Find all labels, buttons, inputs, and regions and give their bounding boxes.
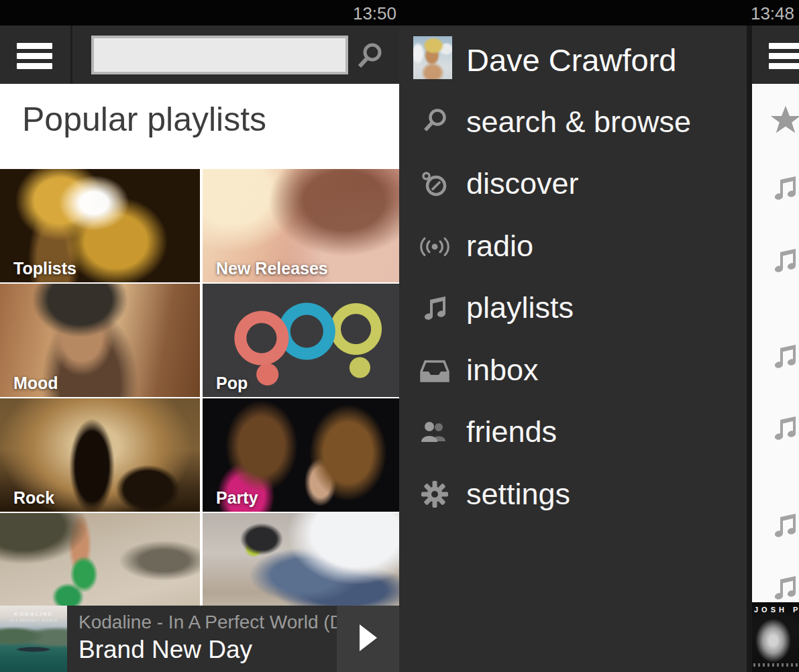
menu-item-label: playlists <box>466 290 574 325</box>
status-bar: 13:50 13:48 <box>0 0 799 25</box>
music-note-icon[interactable] <box>770 245 799 278</box>
avatar <box>413 36 452 79</box>
tile-label: Mood <box>13 374 58 393</box>
search-icon <box>354 63 384 73</box>
menu-item-label: radio <box>466 229 533 264</box>
playlist-tile-party[interactable]: Party <box>203 398 399 512</box>
profile-name: Dave Crawford <box>466 42 676 78</box>
music-note-icon[interactable] <box>770 173 799 205</box>
hamburger-bar <box>769 53 799 59</box>
menu-item-label: search & browse <box>466 105 691 139</box>
menu-item-label: discover <box>466 166 579 201</box>
browse-screen: Popular playlists Toplists New Releases … <box>0 25 399 672</box>
album-art-caption-bar <box>753 663 798 667</box>
tile-label: Toplists <box>13 259 76 278</box>
tile-label: Party <box>216 488 258 508</box>
navigation-drawer: Dave Crawford search & browse discover <box>399 25 747 672</box>
search-input[interactable] <box>91 36 348 74</box>
now-playing-album-art[interactable]: KODALINE IN A PERFECT WORLD <box>0 606 67 672</box>
radio-broadcast-icon <box>419 231 450 262</box>
background-playlists-screen: JOSH PY <box>752 25 799 672</box>
app-bar <box>0 25 399 84</box>
playlist-tile-new-releases[interactable]: New Releases <box>203 169 399 282</box>
music-note-icon[interactable] <box>770 510 799 543</box>
album-art-artist-text: JOSH PY <box>754 606 799 614</box>
music-note-icon[interactable] <box>770 413 799 445</box>
hamburger-bar <box>769 43 799 49</box>
menu-item-radio[interactable]: radio <box>399 222 747 270</box>
search-icon <box>419 107 450 137</box>
menu-item-playlists[interactable]: playlists <box>399 284 747 332</box>
hamburger-bar <box>17 53 52 59</box>
hamburger-bar <box>17 63 52 69</box>
menu-item-label: friends <box>466 414 557 449</box>
now-playing-artist-album: Kodaline - In A Perfect World (De <box>78 612 337 633</box>
hamburger-bar <box>17 43 52 49</box>
play-button[interactable] <box>337 606 399 672</box>
tile-label: New Releases <box>216 259 328 278</box>
now-playing-track-info[interactable]: Kodaline - In A Perfect World (De Brand … <box>67 606 337 672</box>
playlist-tile-toplists[interactable]: Toplists <box>0 169 200 282</box>
appbar-divider <box>70 25 72 84</box>
menu-item-discover[interactable]: discover <box>399 160 747 208</box>
inbox-tray-icon <box>419 355 450 386</box>
app-bar <box>752 25 799 84</box>
menu-item-settings[interactable]: settings <box>399 470 747 518</box>
clock-left-screen: 13:50 <box>353 3 396 24</box>
album-art-artist-text: KODALINE <box>0 611 67 617</box>
settings-gear-icon <box>419 479 450 510</box>
now-playing-track-title: Brand New Day <box>78 636 252 664</box>
music-note-icon <box>419 292 450 323</box>
background-now-playing-album-art[interactable]: JOSH PY <box>752 602 799 672</box>
profile-row[interactable]: Dave Crawford <box>399 32 747 83</box>
menu-item-label: settings <box>466 477 570 512</box>
tile-label: Pop <box>216 374 248 393</box>
hamburger-menu-icon[interactable] <box>17 43 52 69</box>
hamburger-menu-icon[interactable] <box>769 43 799 69</box>
menu-item-friends[interactable]: friends <box>399 408 747 456</box>
now-playing-bar: KODALINE IN A PERFECT WORLD Kodaline - I… <box>0 606 399 672</box>
menu-item-search-browse[interactable]: search & browse <box>399 98 747 146</box>
page-header: Popular playlists <box>0 84 399 169</box>
tile-label: Rock <box>13 488 54 508</box>
playlist-tile-rock[interactable]: Rock <box>0 398 200 512</box>
menu-item-label: inbox <box>466 353 539 388</box>
discover-compass-icon <box>419 168 450 199</box>
search-button[interactable] <box>354 42 384 71</box>
playlist-tile-mood[interactable]: Mood <box>0 284 200 397</box>
hamburger-bar <box>769 63 799 69</box>
drawer-edge-gap <box>747 25 752 672</box>
page-title: Popular playlists <box>22 100 266 139</box>
play-icon <box>358 624 378 654</box>
album-art-title-text: IN A PERFECT WORLD <box>0 618 67 622</box>
favorites-star-icon[interactable] <box>770 104 799 136</box>
music-note-icon[interactable] <box>770 573 799 605</box>
menu-item-inbox[interactable]: inbox <box>399 346 747 394</box>
music-note-icon[interactable] <box>770 341 799 374</box>
playlist-tile-pop[interactable]: Pop <box>203 284 399 397</box>
clock-right-screen: 13:48 <box>751 3 794 24</box>
friends-people-icon <box>419 416 450 447</box>
